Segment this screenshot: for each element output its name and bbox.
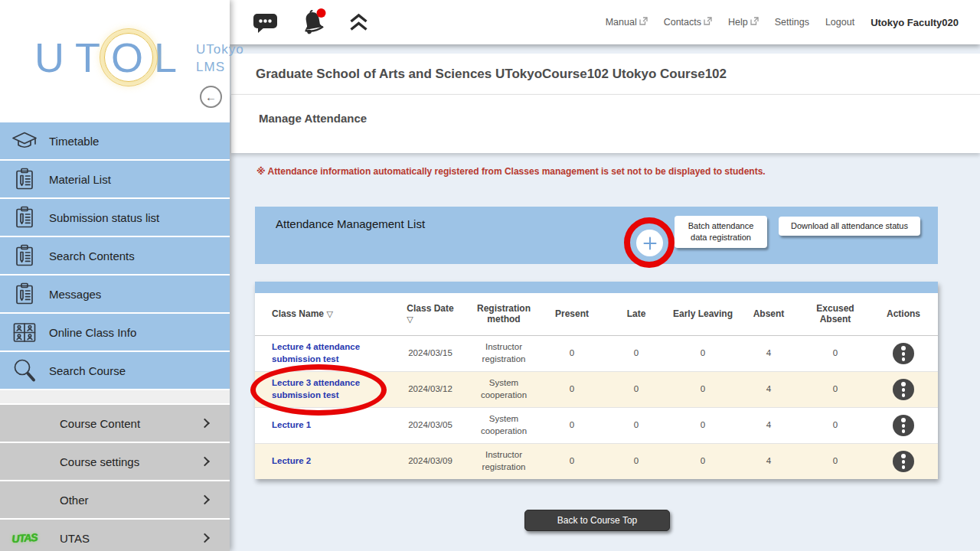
sidebar-group-course-settings[interactable]: Course settings <box>0 443 230 480</box>
class-name-link[interactable]: Lecture 2 <box>272 455 311 468</box>
column-label: Class Name <box>272 308 324 319</box>
graduation-cap-icon <box>0 130 49 152</box>
clipboard-icon <box>0 206 49 229</box>
sidebar-item-material-list[interactable]: Material List <box>0 161 230 197</box>
sidebar-item-search-course[interactable]: Search Course <box>0 352 230 389</box>
topbar-link-label: Contacts <box>664 17 701 28</box>
column-header-absent: Absent <box>736 293 802 335</box>
chat-bubble-icon[interactable] <box>253 12 278 33</box>
batch-attendance-registration-button[interactable]: Batch attendance data registration <box>675 216 767 248</box>
kebab-dot <box>901 454 906 458</box>
section-header: Manage Attendance <box>231 94 980 153</box>
clipboard-icon <box>0 282 49 305</box>
sidebar-item-label: Online Class Info <box>49 326 136 339</box>
late-cell: 0 <box>603 443 670 479</box>
kebab-dot <box>902 357 906 361</box>
topbar-link-manual[interactable]: Manual <box>606 17 648 28</box>
class-name-link[interactable]: Lecture 1 <box>272 419 311 432</box>
chevron-right-icon <box>200 533 210 543</box>
chevron-right-icon <box>200 495 210 505</box>
kebab-dot <box>902 465 906 469</box>
late-cell: 0 <box>603 335 670 371</box>
sidebar-item-submission-status-list[interactable]: Submission status list <box>0 199 230 236</box>
class-name-link[interactable]: Lecture 3 attendance submission test <box>272 377 387 401</box>
kebab-dot <box>902 393 906 397</box>
row-actions-button[interactable] <box>893 379 914 400</box>
utol-logo-text: U T O L <box>31 37 184 78</box>
clipboard-icon <box>0 168 49 191</box>
sidebar-group-other[interactable]: Other <box>0 481 230 518</box>
late-cell: 0 <box>603 371 670 407</box>
logo-subtitle-line1: UTokyo <box>196 41 244 59</box>
external-link-icon <box>750 17 759 28</box>
late-cell: 0 <box>603 407 670 443</box>
clipboard-icon <box>0 244 49 267</box>
utas-logo-icon: UTAS <box>0 530 49 546</box>
topbar-link-label: Help <box>728 17 748 28</box>
sidebar-group-label: UTAS <box>60 532 90 545</box>
registration-method-cell: Instructor registration <box>466 443 541 479</box>
table-top-accent-bar <box>255 282 938 293</box>
present-cell: 0 <box>541 407 603 443</box>
video-grid-icon <box>0 322 49 343</box>
sidebar-item-search-contents[interactable]: Search Contents <box>0 237 230 274</box>
topbar-link-contacts[interactable]: Contacts <box>664 17 712 28</box>
topbar-nav: Manual Contacts Help Settings Logout Uto… <box>606 17 959 28</box>
kebab-dot <box>901 418 906 422</box>
arrow-left-icon: ← <box>205 90 217 103</box>
early-leaving-cell: 0 <box>670 443 736 479</box>
topbar-link-logout[interactable]: Logout <box>825 17 854 28</box>
class-name-link[interactable]: Lecture 4 attendance submission test <box>272 341 387 365</box>
sidebar-item-messages[interactable]: Messages <box>0 276 230 312</box>
sidebar-divider <box>0 390 230 403</box>
absent-cell: 4 <box>736 407 802 443</box>
attendance-table: Class Name ▽ Class Date ▽ Registration m… <box>255 282 938 479</box>
sidebar-item-online-class-info[interactable]: Online Class Info <box>0 314 230 350</box>
absent-cell: 4 <box>736 335 802 371</box>
present-cell: 0 <box>541 335 603 371</box>
kebab-dot <box>902 460 906 464</box>
sidebar-item-label: Search Contents <box>49 249 135 262</box>
double-chevron-up-icon[interactable] <box>348 13 369 32</box>
sidebar-collapse-button[interactable]: ← <box>200 86 222 108</box>
row-actions-button[interactable] <box>893 451 914 472</box>
excused-absent-cell: 0 <box>802 407 869 443</box>
early-leaving-cell: 0 <box>670 371 736 407</box>
present-cell: 0 <box>541 443 603 479</box>
chevron-right-icon <box>200 457 210 467</box>
present-cell: 0 <box>541 371 603 407</box>
column-label: Class Date <box>407 303 453 314</box>
back-to-course-top-button[interactable]: Back to Course Top <box>524 510 670 531</box>
sidebar-group-utas[interactable]: UTAS UTAS <box>0 520 230 551</box>
sidebar-group-label: Course settings <box>60 455 139 468</box>
plus-icon <box>642 236 658 251</box>
table-row: Lecture 2 2024/03/09 Instructor registra… <box>255 443 938 479</box>
row-actions-button[interactable] <box>893 343 914 364</box>
registration-method-cell: System cooperation <box>466 371 541 407</box>
sort-icon[interactable]: ▽ <box>407 315 413 324</box>
add-attendance-button[interactable] <box>636 230 663 256</box>
attendance-notice: ※ Attendance information automatically r… <box>256 166 766 177</box>
attendance-panel: Attendance Management List Batch attenda… <box>255 207 938 264</box>
column-header-class-name[interactable]: Class Name ▽ <box>255 293 394 335</box>
download-all-attendance-button[interactable]: Download all attendance status <box>779 217 920 236</box>
absent-cell: 4 <box>736 371 802 407</box>
sidebar-group-course-content[interactable]: Course Content <box>0 405 230 442</box>
topbar-link-settings[interactable]: Settings <box>775 17 809 28</box>
registration-method-cell: System cooperation <box>466 407 541 443</box>
sidebar: U T O L UTokyo LMS ← Timetable <box>0 0 230 551</box>
kebab-dot <box>902 388 906 392</box>
sidebar-item-timetable[interactable]: Timetable <box>0 122 230 159</box>
notification-bell-icon[interactable] <box>298 8 328 37</box>
early-leaving-cell: 0 <box>670 335 736 371</box>
row-actions-button[interactable] <box>893 415 914 436</box>
logo-letter-o: O <box>107 37 150 78</box>
logo-area: U T O L UTokyo LMS ← <box>0 0 230 122</box>
excused-absent-cell: 0 <box>802 371 869 407</box>
sidebar-group-label: Course Content <box>60 417 140 430</box>
topbar-link-label: Logout <box>825 17 854 28</box>
sort-icon[interactable]: ▽ <box>326 309 332 319</box>
class-date-cell: 2024/03/05 <box>394 407 466 443</box>
topbar-link-help[interactable]: Help <box>728 17 759 28</box>
column-header-class-date[interactable]: Class Date ▽ <box>394 293 466 335</box>
